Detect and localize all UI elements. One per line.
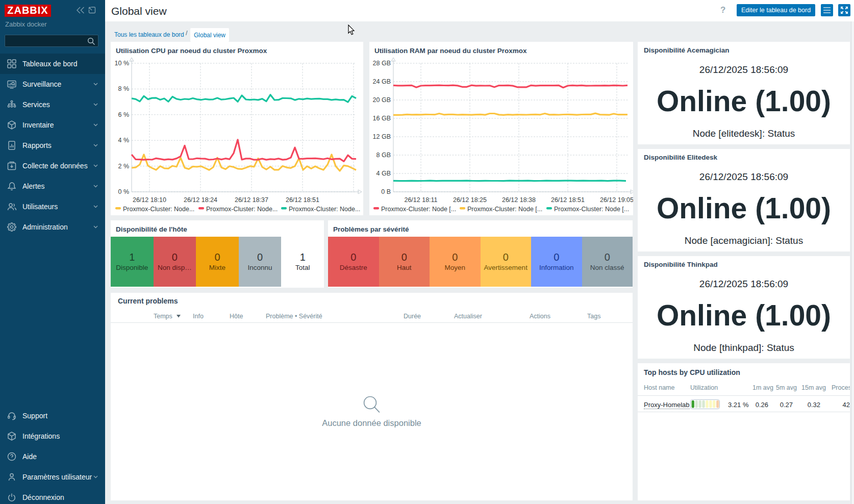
svg-text:20 GB: 20 GB (373, 96, 391, 104)
svg-text:26/12 18:51: 26/12 18:51 (551, 196, 585, 204)
svg-text:26/12 18:38: 26/12 18:38 (502, 196, 536, 204)
svg-text:16 GB: 16 GB (373, 115, 391, 122)
svg-text:Proxmox-Cluster: Node...: Proxmox-Cluster: Node... (206, 206, 278, 213)
svg-text:0 %: 0 % (118, 188, 129, 195)
svg-text:4 GB: 4 GB (376, 170, 391, 177)
svg-text:4 %: 4 % (118, 137, 129, 144)
svg-text:26/12 18:37: 26/12 18:37 (235, 196, 268, 204)
svg-text:26/12 19:05: 26/12 19:05 (600, 196, 633, 204)
svg-text:24 GB: 24 GB (373, 78, 391, 85)
svg-text:26/12 18:11: 26/12 18:11 (404, 196, 437, 204)
svg-text:6 %: 6 % (118, 111, 129, 118)
svg-text:26/12 18:25: 26/12 18:25 (453, 196, 487, 204)
svg-text:26/12 18:51: 26/12 18:51 (286, 196, 319, 204)
svg-text:10 %: 10 % (115, 60, 130, 67)
svg-text:8 %: 8 % (118, 85, 129, 92)
svg-text:26/12 18:24: 26/12 18:24 (184, 196, 217, 204)
svg-text:8 GB: 8 GB (376, 152, 391, 159)
svg-text:Proxmox-Cluster: Node [...: Proxmox-Cluster: Node [... (381, 206, 456, 213)
svg-text:26/12 18:10: 26/12 18:10 (133, 196, 166, 204)
svg-text:Proxmox-Cluster: Node [...: Proxmox-Cluster: Node [... (467, 206, 542, 213)
svg-text:Proxmox-Cluster: Node...: Proxmox-Cluster: Node... (123, 206, 194, 213)
svg-text:Proxmox-Cluster: Node...: Proxmox-Cluster: Node... (289, 206, 360, 213)
svg-text:28 GB: 28 GB (373, 60, 391, 67)
svg-text:12 GB: 12 GB (373, 133, 391, 140)
svg-text:Proxmox-Cluster: Node [...: Proxmox-Cluster: Node [... (554, 206, 629, 213)
svg-text:2 %: 2 % (118, 163, 129, 170)
svg-text:0 B: 0 B (381, 188, 391, 195)
